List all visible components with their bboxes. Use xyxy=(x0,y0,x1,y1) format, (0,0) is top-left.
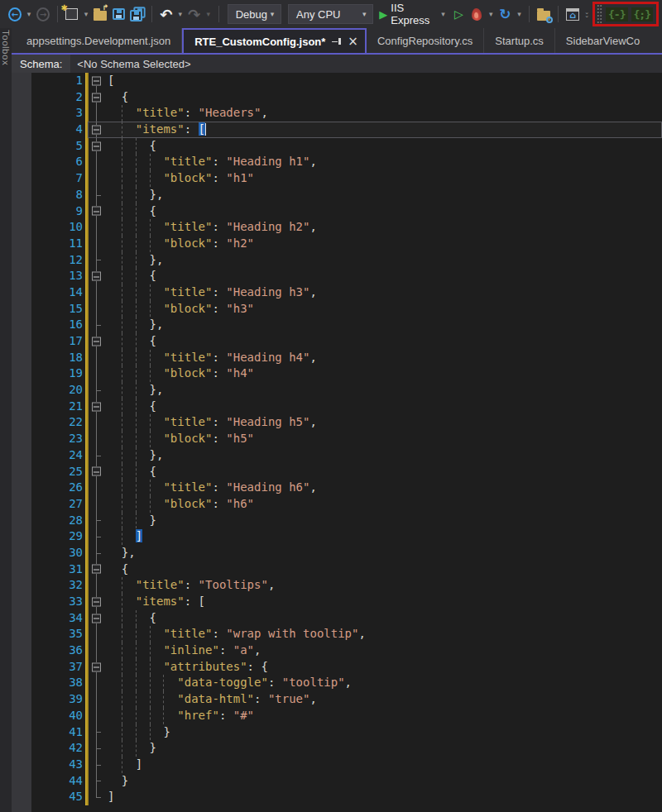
new-item-dropdown[interactable]: ▾ xyxy=(82,10,90,18)
fold-guide xyxy=(89,626,105,642)
open-file-button[interactable] xyxy=(92,3,108,25)
code-line[interactable]: 15 "block": "h3" xyxy=(31,301,662,318)
browser-home-button[interactable]: ⌂ xyxy=(564,3,581,25)
code-line[interactable]: 27 "block": "h6" xyxy=(31,496,662,513)
hot-reload-dropdown[interactable]: ▾ xyxy=(487,10,495,18)
navigate-back-button[interactable]: ← xyxy=(7,3,23,25)
collapse-box-icon[interactable] xyxy=(92,614,101,623)
solution-platform-combo[interactable]: Any CPU ▾ xyxy=(288,4,373,24)
collapse-box-icon[interactable] xyxy=(92,272,101,281)
new-item-button[interactable]: ✱ xyxy=(64,3,80,25)
redo-button[interactable]: ↷ xyxy=(186,3,203,25)
code-line[interactable]: 21 { xyxy=(31,399,662,415)
code-line[interactable]: 23 "block": "h5" xyxy=(31,431,662,447)
code-line[interactable]: 2 { xyxy=(31,89,662,106)
code-line[interactable]: 10 "title": "Heading h2", xyxy=(31,219,662,236)
tab-configrepository-cs[interactable]: ConfigRepository.cs xyxy=(367,28,484,53)
code-line[interactable]: 34 { xyxy=(31,610,662,627)
collapse-box-icon[interactable] xyxy=(92,93,101,102)
fold-guide xyxy=(89,170,105,187)
code-line[interactable]: 24 }, xyxy=(31,447,662,464)
code-line[interactable]: 33 "items": [ xyxy=(31,594,662,610)
schema-selector-combo[interactable]: <No Schema Selected> xyxy=(70,55,662,73)
code-line[interactable]: 45] xyxy=(31,789,662,805)
start-without-debugging-button[interactable]: ▷ xyxy=(450,3,467,25)
code-line[interactable]: 6 "title": "Heading h1", xyxy=(31,154,662,170)
code-line[interactable]: 22 "title": "Heading h5", xyxy=(31,414,662,431)
code-line[interactable]: 9 { xyxy=(31,203,662,220)
undo-button[interactable]: ↶ xyxy=(158,3,175,25)
tab-rte-customconfig-json[interactable]: RTE_CustomConfig.json* × xyxy=(182,28,367,53)
collapse-box-icon[interactable] xyxy=(92,662,101,671)
collapse-box-icon[interactable] xyxy=(92,337,101,346)
collapse-box-icon[interactable] xyxy=(92,76,101,85)
code-line[interactable]: 43 ] xyxy=(31,757,662,773)
code-editor[interactable]: 1[2 {3 "title": "Headers",4 "items": [5 … xyxy=(31,73,662,812)
code-line[interactable]: 3 "title": "Headers", xyxy=(31,105,662,122)
find-in-files-button[interactable] xyxy=(535,3,552,25)
code-line[interactable]: 35 "title": "wrap with tooltip", xyxy=(31,626,662,642)
save-all-button[interactable] xyxy=(128,3,146,25)
code-line[interactable]: 18 "title": "Heading h4", xyxy=(31,350,662,366)
code-line[interactable]: 30 }, xyxy=(31,545,662,561)
code-line[interactable]: 42 } xyxy=(31,740,662,757)
code-line[interactable]: 41 } xyxy=(31,724,662,741)
code-line[interactable]: 1[ xyxy=(31,73,662,89)
save-button[interactable] xyxy=(110,3,127,25)
code-line[interactable]: 14 "title": "Heading h3", xyxy=(31,284,662,301)
toolbar-grip-icon[interactable] xyxy=(597,4,602,24)
navigate-back-dropdown[interactable]: ▾ xyxy=(25,10,33,18)
code-line[interactable]: 13 { xyxy=(31,268,662,284)
code-line[interactable]: 40 "href": "#" xyxy=(31,708,662,724)
tab-startup-cs[interactable]: Startup.cs xyxy=(484,28,555,53)
code-line[interactable]: 31 { xyxy=(31,561,662,578)
tab-sidebarviewcomponent[interactable]: SidebarViewCo xyxy=(555,28,650,53)
close-icon[interactable]: × xyxy=(348,36,358,48)
json-braces-button-2[interactable]: {;} xyxy=(631,7,653,21)
code-line[interactable]: 7 "block": "h1" xyxy=(31,170,662,187)
collapse-box-icon[interactable] xyxy=(92,565,101,574)
code-line[interactable]: 20 }, xyxy=(31,382,662,399)
code-line[interactable]: 37 "attributes": { xyxy=(31,659,662,676)
toolbar-overflow-button[interactable]: ⌄⌄ xyxy=(584,11,589,17)
restart-button[interactable]: ↻ xyxy=(496,3,513,25)
toolbox-autohide-tab[interactable]: Toolbox xyxy=(1,30,11,812)
json-braces-button-1[interactable]: {-} xyxy=(606,7,627,21)
code-line[interactable]: 4 "items": [ xyxy=(31,122,662,138)
code-line[interactable]: 29 ] xyxy=(31,528,662,545)
collapse-box-icon[interactable] xyxy=(92,402,101,411)
code-line[interactable]: 17 { xyxy=(31,333,662,350)
code-line[interactable]: 16 }, xyxy=(31,317,662,333)
collapse-box-icon[interactable] xyxy=(92,141,101,150)
collapse-box-icon[interactable] xyxy=(92,125,101,134)
line-number: 20 xyxy=(31,382,83,399)
code-content: "title": "Heading h4", xyxy=(105,350,662,366)
code-text: }, xyxy=(108,448,163,461)
code-line[interactable]: 12 }, xyxy=(31,252,662,269)
code-line[interactable]: 44 } xyxy=(31,773,662,790)
tab-appsettings-development-json[interactable]: appsettings.Development.json xyxy=(16,28,182,53)
breakpoint-margin[interactable] xyxy=(12,73,31,812)
code-line[interactable]: 8 }, xyxy=(31,187,662,203)
code-line[interactable]: 11 "block": "h2" xyxy=(31,236,662,252)
code-line[interactable]: 36 "inline": "a", xyxy=(31,642,662,659)
fold-guide xyxy=(89,414,105,431)
undo-dropdown[interactable]: ▾ xyxy=(176,10,185,18)
code-line[interactable]: 39 "data-html": "true", xyxy=(31,691,662,708)
navigate-forward-button[interactable]: → xyxy=(35,3,51,25)
code-line[interactable]: 28 } xyxy=(31,513,662,529)
code-line[interactable]: 19 "block": "h4" xyxy=(31,365,662,382)
code-line[interactable]: 25 { xyxy=(31,464,662,480)
code-line[interactable]: 32 "title": "Tooltips", xyxy=(31,577,662,594)
collapse-box-icon[interactable] xyxy=(92,207,101,216)
code-line[interactable]: 5 { xyxy=(31,138,662,155)
restart-dropdown[interactable]: ▾ xyxy=(515,10,523,18)
code-line[interactable]: 26 "title": "Heading h6", xyxy=(31,480,662,496)
hot-reload-button[interactable] xyxy=(468,3,485,25)
solution-configuration-combo[interactable]: Debug ▾ xyxy=(228,4,281,24)
collapse-box-icon[interactable] xyxy=(92,467,101,476)
code-line[interactable]: 38 "data-toggle": "tooltip", xyxy=(31,675,662,691)
pin-icon[interactable] xyxy=(332,37,341,45)
start-debugging-button[interactable]: ▶ IIS Express ▾ xyxy=(377,3,449,25)
collapse-box-icon[interactable] xyxy=(92,597,101,606)
